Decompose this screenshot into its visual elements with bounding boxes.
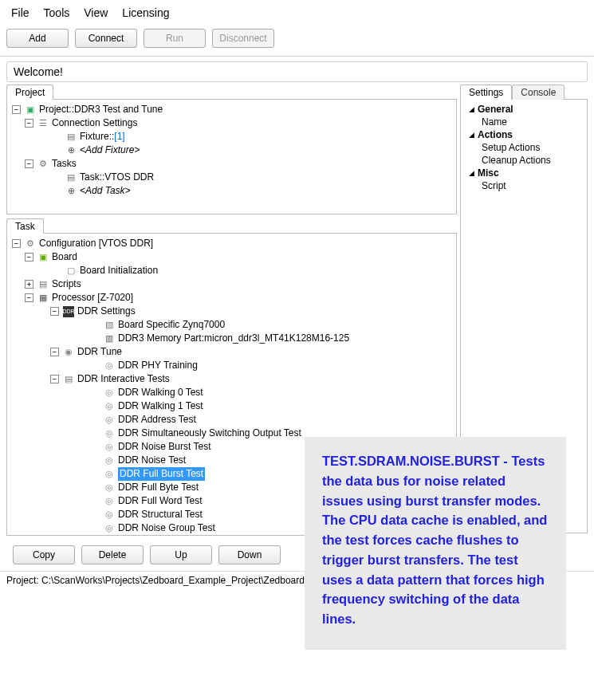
collapse-icon[interactable]: −	[50, 375, 59, 383]
collapse-icon[interactable]: −	[25, 293, 33, 302]
test-item[interactable]: DDR Full Word Test	[118, 494, 203, 508]
down-button[interactable]: Down	[218, 545, 281, 564]
disc-icon: ◎	[104, 523, 115, 534]
spacer	[89, 361, 100, 370]
menu-tools[interactable]: Tools	[44, 6, 70, 19]
spacer	[89, 442, 100, 451]
prop-group-misc[interactable]: ◢Misc	[466, 167, 582, 179]
config-root[interactable]: Configuration [VTOS DDR]	[39, 237, 153, 250]
disc-icon: ◎	[104, 442, 115, 453]
prop-setup[interactable]: Setup Actions	[466, 141, 582, 154]
spacer	[50, 173, 61, 182]
chevron-down-icon: ◢	[469, 169, 474, 177]
add-fixture[interactable]: <Add Fixture>	[80, 144, 140, 157]
tab-task[interactable]: Task	[6, 218, 44, 234]
menu-view[interactable]: View	[84, 6, 108, 19]
test-item[interactable]: DDR Comprehensive Test	[118, 535, 229, 536]
chip-icon: ▦	[37, 293, 49, 304]
settings-icon: ☰	[37, 118, 49, 129]
collapse-icon[interactable]: −	[25, 253, 33, 262]
spacer	[89, 321, 100, 329]
board-init[interactable]: Board Initialization	[80, 264, 158, 277]
spacer	[89, 510, 100, 519]
test-item[interactable]: DDR Walking 1 Test	[118, 399, 203, 413]
add-task[interactable]: <Add Task>	[80, 184, 131, 198]
tab-settings[interactable]: Settings	[460, 85, 512, 100]
tests-icon: ▤	[63, 374, 74, 385]
board-spec[interactable]: Board Specific Zynq7000	[118, 318, 225, 332]
fixture-icon: ▤	[65, 132, 77, 143]
test-item[interactable]: DDR Simultaneously Switching Output Test	[118, 427, 301, 440]
test-item[interactable]: DDR Full Burst Test	[118, 467, 205, 481]
add-button[interactable]: Add	[6, 29, 69, 48]
prop-name[interactable]: Name	[466, 116, 582, 128]
chevron-down-icon: ◢	[469, 105, 474, 113]
prop-script[interactable]: Script	[466, 179, 582, 192]
test-item[interactable]: DDR Structural Test	[118, 508, 203, 521]
tab-project[interactable]: Project	[6, 85, 53, 100]
prop-cleanup[interactable]: Cleanup Actions	[466, 154, 582, 167]
welcome-panel: Welcome!	[6, 61, 588, 82]
plus-icon: ⊕	[65, 145, 77, 156]
plus-icon: ⊕	[65, 186, 77, 197]
up-button[interactable]: Up	[150, 545, 212, 564]
ddr-icon: DDR	[63, 306, 74, 317]
tab-console[interactable]: Console	[512, 85, 564, 100]
collapse-icon[interactable]: −	[50, 348, 59, 356]
run-button[interactable]: Run	[144, 29, 206, 48]
test-item[interactable]: DDR Noise Group Test	[118, 521, 215, 535]
disc-icon: ◎	[104, 469, 115, 480]
prop-group-actions[interactable]: ◢Actions	[466, 128, 582, 141]
phy-training[interactable]: DDR PHY Training	[118, 359, 198, 372]
scripts-icon: ▤	[37, 279, 49, 290]
connect-button[interactable]: Connect	[75, 29, 137, 48]
copy-button[interactable]: Copy	[13, 545, 75, 564]
fixture-item[interactable]: Fixture::[1]	[80, 130, 125, 144]
ddr-settings[interactable]: DDR Settings	[77, 305, 136, 318]
test-item[interactable]: DDR Walking 0 Test	[118, 386, 203, 399]
test-item[interactable]: DDR Full Byte Test	[118, 481, 199, 494]
spacer	[89, 429, 100, 438]
processor-node[interactable]: Processor [Z-7020]	[52, 291, 133, 305]
board-icon: ▣	[37, 252, 49, 263]
task-item[interactable]: Task::VTOS DDR	[80, 171, 154, 184]
collapse-icon[interactable]: −	[12, 239, 21, 248]
test-item[interactable]: DDR Address Test	[118, 413, 196, 427]
tasks-icon: ⚙	[37, 159, 49, 170]
board-node[interactable]: Board	[52, 250, 77, 264]
test-item[interactable]: DDR Noise Test	[118, 454, 186, 467]
collapse-icon[interactable]: −	[50, 307, 59, 316]
collapse-icon[interactable]: −	[12, 105, 21, 114]
menu-file[interactable]: File	[11, 6, 30, 19]
disc-icon: ◎	[104, 455, 115, 466]
mem-icon: ▥	[104, 333, 115, 344]
spacer	[50, 146, 61, 155]
expand-icon[interactable]: +	[25, 280, 33, 289]
mem-part[interactable]: DDR3 Memory Part:micron_ddr3l_MT41K128M1…	[118, 332, 349, 345]
spacer	[89, 470, 100, 478]
prop-group-general[interactable]: ◢General	[466, 103, 582, 116]
disc-icon: ◎	[104, 428, 115, 439]
collapse-icon[interactable]: −	[25, 119, 33, 128]
spacer	[89, 524, 100, 533]
disc-icon: ◎	[104, 509, 115, 521]
collapse-icon[interactable]: −	[25, 159, 33, 168]
tasks-node[interactable]: Tasks	[52, 157, 77, 171]
project-icon: ▣	[25, 104, 36, 116]
tooltip-overlay: TEST.SDRAM.NOISE.BURST - Tests the data …	[305, 437, 566, 650]
project-panel: Project −▣Project::DDR3 Test and Tune −☰…	[6, 84, 457, 214]
target-icon: ◉	[63, 347, 74, 358]
task-icon: ▤	[65, 172, 77, 183]
connection-settings[interactable]: Connection Settings	[52, 116, 137, 130]
project-root[interactable]: Project::DDR3 Test and Tune	[39, 103, 163, 116]
interactive-tests[interactable]: DDR Interactive Tests	[77, 372, 170, 386]
ddr-tune[interactable]: DDR Tune	[77, 345, 122, 359]
test-item[interactable]: DDR Noise Burst Test	[118, 440, 210, 454]
delete-button[interactable]: Delete	[81, 545, 144, 564]
scripts-node[interactable]: Scripts	[52, 277, 81, 291]
menu-licensing[interactable]: Licensing	[122, 6, 169, 19]
spacer	[89, 497, 100, 505]
disconnect-button[interactable]: Disconnect	[212, 29, 274, 48]
config-icon: ⚙	[25, 238, 36, 250]
spacer	[89, 483, 100, 492]
